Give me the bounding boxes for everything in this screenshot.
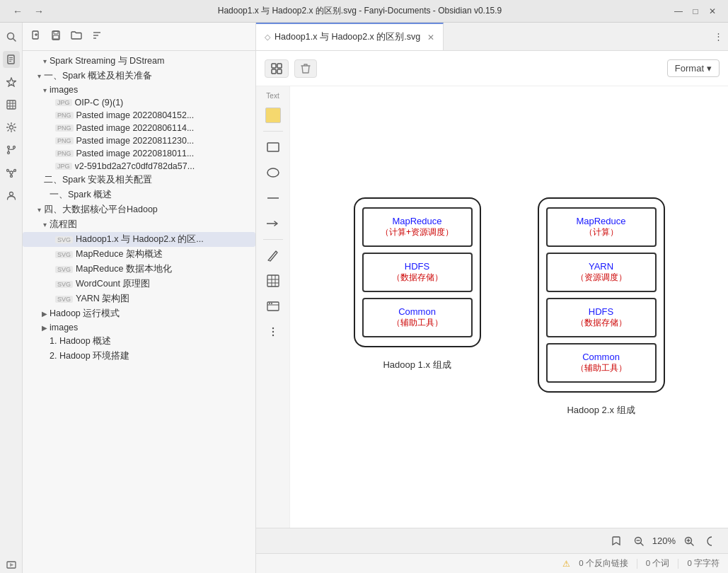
sidebar-item-8[interactable]: JPGv2-591bd2a27c0dfd782da57... (23, 160, 255, 173)
nav-forward-button[interactable]: → (30, 4, 48, 18)
sidebar-item-10[interactable]: 一、Spark 概述 (23, 187, 255, 202)
sidebar-item-12[interactable]: ▾流程图 (23, 217, 255, 232)
hadoop1-hdfs-title: HDFS (405, 261, 429, 272)
hadoop2-hdfs-title: HDFS (589, 306, 613, 317)
sidebar-item-7[interactable]: PNGPasted image 20220818011... (23, 147, 255, 160)
expand-button[interactable] (265, 59, 289, 78)
backlinks-status: 0 个反向链接 (579, 558, 628, 569)
icon-bar-search[interactable] (3, 28, 20, 45)
pencil-tool[interactable] (262, 244, 284, 267)
tab-end (444, 23, 708, 50)
tool-divider-1 (263, 131, 283, 132)
sidebar-item-15[interactable]: SVGMapReduce 数据本地化 (23, 262, 255, 277)
active-tab[interactable]: ◇ Hadoop1.x 与 Hadoop2.x 的区别.svg ✕ (256, 23, 444, 50)
svg-point-53 (272, 331, 273, 332)
new-folder-button[interactable] (68, 28, 85, 45)
arrow-tool[interactable] (262, 212, 284, 235)
sidebar-item-14[interactable]: SVGMapReduce 架构概述 (23, 247, 255, 262)
sidebar-item-2[interactable]: ▾images (23, 83, 255, 96)
tree-label-20: 1. Hadoop 概述 (50, 335, 111, 347)
icon-bar-graph[interactable] (3, 164, 20, 181)
dark-mode-button[interactable] (703, 534, 721, 548)
sidebar-item-3[interactable]: JPGOIP-C (9)(1) (23, 96, 255, 109)
icon-bar-branch[interactable] (3, 141, 20, 158)
delete-button[interactable] (294, 59, 317, 78)
svg-rect-38 (277, 69, 282, 74)
close-button[interactable]: ✕ (705, 4, 720, 18)
svg-point-18 (6, 170, 8, 172)
nav-back-button[interactable]: ← (8, 4, 27, 18)
sidebar-item-5[interactable]: PNGPasted image 20220806114... (23, 122, 255, 134)
hadoop2-hdfs-sub: （数据存储） (576, 317, 627, 329)
zoom-out-button[interactable] (630, 534, 648, 548)
hadoop2-box-common: Common （辅助工具） (546, 343, 657, 383)
sidebar-item-17[interactable]: SVGYARN 架构图 (23, 291, 255, 306)
titlebar: ← → Hadoop1.x 与 Hadoop2.x 的区别.svg - Fany… (0, 0, 728, 23)
sort-button[interactable] (89, 28, 105, 45)
icon-bar-settings[interactable] (3, 119, 20, 136)
tree-arrow-placeholder-16 (45, 280, 55, 288)
hadoop2-yarn-sub: （资源调度） (576, 272, 627, 284)
tab-more-button[interactable]: ⋮ (708, 23, 728, 50)
tree-arrow-placeholder-5 (45, 125, 55, 132)
sidebar-item-20[interactable]: 1. Hadoop 概述 (23, 334, 255, 349)
embed-tool[interactable] (262, 295, 284, 318)
svg-point-19 (13, 170, 16, 172)
svg-point-14 (7, 146, 9, 149)
save-button[interactable] (48, 28, 64, 45)
icon-bar-star[interactable] (3, 74, 20, 91)
icon-bar-community[interactable] (3, 187, 20, 204)
tree-label-15: MapReduce 数据本地化 (76, 263, 172, 275)
tree-arrow-placeholder-3 (45, 99, 55, 107)
grid-tool[interactable] (262, 270, 284, 292)
sidebar-item-13[interactable]: SVGHadoop1.x 与 Hadoop2.x 的区... (23, 232, 255, 247)
tree-arrow-19: ▶ (40, 324, 50, 332)
tree-arrow-placeholder-6 (45, 137, 55, 145)
editor-toolbar: Format ▾ (256, 51, 728, 86)
sidebar-item-6[interactable]: PNGPasted image 20220811230... (23, 134, 255, 147)
format-button[interactable]: Format ▾ (667, 59, 720, 77)
sidebar-item-16[interactable]: SVGWordCount 原理图 (23, 277, 255, 291)
icon-bar-media[interactable] (3, 556, 20, 573)
sidebar-item-18[interactable]: ▶Hadoop 运行模式 (23, 306, 255, 321)
tree-arrow-18: ▶ (40, 310, 50, 318)
sidebar-item-21[interactable]: 2. Hadoop 环境搭建 (23, 349, 255, 364)
status-divider-1 (637, 559, 637, 569)
bookmark-button[interactable] (607, 534, 625, 548)
zoom-in-button[interactable] (680, 534, 698, 548)
svg-tools-panel: Text (256, 86, 290, 528)
tree-label-18: Hadoop 运行模式 (50, 308, 120, 320)
hadoop1-box-common: Common （辅助工具） (362, 298, 473, 337)
color-swatch-tool[interactable] (262, 104, 284, 127)
tab-close-button[interactable]: ✕ (427, 33, 434, 42)
sidebar-item-19[interactable]: ▶images (23, 321, 255, 334)
rectangle-tool[interactable] (262, 136, 284, 158)
new-file-button[interactable] (28, 28, 44, 45)
tree-label-19: images (50, 323, 78, 332)
hadoop2-box-hdfs: HDFS （数据存储） (546, 298, 657, 337)
tree-label-6: Pasted image 20220811230... (76, 136, 195, 146)
ellipse-tool[interactable] (262, 161, 284, 184)
minimize-button[interactable]: — (671, 4, 686, 18)
hadoop1-mapreduce-title: MapReduce (392, 216, 441, 226)
sidebar-item-11[interactable]: ▾四、大数据核心平台Hadoop (23, 202, 255, 217)
svg-rect-35 (272, 64, 276, 68)
tree-label-13: Hadoop1.x 与 Hadoop2.x 的区... (76, 233, 204, 245)
icon-bar-files[interactable] (3, 51, 20, 68)
sidebar-item-4[interactable]: PNGPasted image 20220804152... (23, 109, 255, 122)
sidebar-item-0[interactable]: ▾Spark Streaming 与 DStream (23, 54, 255, 69)
color-swatch (265, 108, 281, 123)
sidebar-item-1[interactable]: ▾一、Spark 概述及相关准备 (23, 69, 255, 83)
tree-arrow-placeholder-17 (45, 295, 55, 303)
tree-badge-4: PNG (55, 112, 74, 119)
maximize-button[interactable]: □ (688, 4, 703, 18)
svg-line-22 (12, 171, 13, 172)
icon-bar-table[interactable] (3, 96, 20, 113)
more-tools-button[interactable] (262, 320, 284, 343)
tree-label-12: 流程图 (50, 219, 77, 231)
tree-badge-3: JPG (55, 99, 72, 106)
line-tool[interactable] (262, 187, 284, 209)
canvas-area[interactable]: MapReduce （计算+资源调度） HDFS （数据存储） Common （… (290, 86, 728, 528)
tree-label-8: v2-591bd2a27c0dfd782da57... (75, 161, 195, 171)
sidebar-item-9[interactable]: 二、Spark 安装及相关配置 (23, 173, 255, 187)
